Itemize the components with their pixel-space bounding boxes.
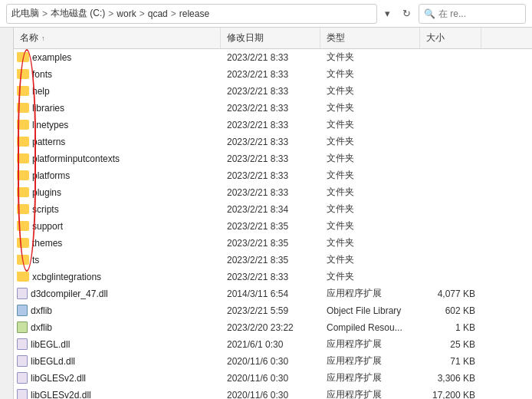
file-type: Object File Library (320, 305, 420, 316)
file-type: 文件夹 (320, 84, 420, 97)
breadcrumb-work[interactable]: work (117, 8, 136, 19)
file-name-cell: linetypes (14, 120, 221, 130)
file-name-cell: help (14, 86, 221, 97)
file-name: libEGL.dll (31, 339, 70, 350)
table-row[interactable]: plugins 2023/2/21 8:33 文件夹 (14, 184, 532, 201)
folder-icon (17, 52, 29, 62)
file-date: 2023/2/21 8:33 (221, 120, 320, 130)
table-row[interactable]: linetypes 2023/2/21 8:33 文件夹 (14, 117, 532, 134)
file-type: 文件夹 (320, 253, 420, 266)
folder-icon (17, 153, 29, 163)
table-row[interactable]: dxflib 2023/2/20 23:22 Compiled Resou...… (14, 319, 532, 336)
dropdown-button[interactable]: ▾ (380, 5, 395, 22)
table-row[interactable]: platforms 2023/2/21 8:33 文件夹 (14, 167, 532, 184)
file-name-cell: d3dcompiler_47.dll (14, 288, 221, 299)
file-name-cell: xcbglintegrations (14, 272, 221, 282)
file-type: 文件夹 (320, 236, 420, 249)
file-name: patterns (32, 137, 65, 147)
file-name-cell: scripts (14, 204, 221, 215)
file-date: 2014/3/11 6:54 (221, 289, 320, 299)
table-row[interactable]: ts 2023/2/21 8:35 文件夹 (14, 252, 532, 269)
folder-icon (17, 120, 29, 130)
file-type: 文件夹 (320, 270, 420, 283)
file-type: 文件夹 (320, 219, 420, 232)
file-date: 2023/2/21 8:35 (221, 238, 320, 249)
folder-icon (17, 137, 29, 147)
file-name-cell: libGLESv2.dll (14, 372, 221, 384)
file-name-cell: libraries (14, 103, 221, 114)
file-size: 4,077 KB (420, 289, 481, 299)
table-row[interactable]: examples 2023/2/21 8:33 文件夹 (14, 49, 532, 66)
dll-icon (17, 372, 28, 384)
search-input[interactable] (438, 8, 521, 19)
file-date: 2020/11/6 0:30 (221, 373, 320, 384)
table-row[interactable]: support 2023/2/21 8:35 文件夹 (14, 218, 532, 235)
table-row[interactable]: help 2023/2/21 8:33 文件夹 (14, 83, 532, 100)
lib-icon (17, 305, 28, 316)
file-date: 2023/2/21 8:33 (221, 170, 320, 181)
file-type: 文件夹 (320, 152, 420, 165)
folder-icon (17, 204, 29, 214)
file-date: 2023/2/21 8:35 (221, 255, 320, 265)
table-row[interactable]: libEGL.dll 2021/6/1 0:30 应用程序扩展 25 KB (14, 336, 532, 353)
address-bar: 此电脑 > 本地磁盘 (C:) > work > qcad > release … (0, 0, 532, 28)
file-name: linetypes (32, 120, 68, 130)
table-row[interactable]: themes 2023/2/21 8:35 文件夹 (14, 235, 532, 252)
file-date: 2023/2/21 8:33 (221, 137, 320, 147)
file-name-cell: platforminputcontexts (14, 153, 221, 164)
file-date: 2023/2/21 8:33 (221, 272, 320, 282)
breadcrumb-release[interactable]: release (179, 8, 209, 19)
file-type: 应用程序扩展 (320, 388, 420, 399)
col-header-type[interactable]: 类型 (320, 28, 420, 48)
table-row[interactable]: libGLESv2d.dll 2020/11/6 0:30 应用程序扩展 17,… (14, 387, 532, 399)
file-name-cell: fonts (14, 69, 221, 80)
col-header-size[interactable]: 大小 (420, 28, 481, 48)
search-box[interactable]: 🔍 (419, 4, 526, 24)
table-row[interactable]: d3dcompiler_47.dll 2014/3/11 6:54 应用程序扩展… (14, 285, 532, 302)
refresh-button[interactable]: ↻ (398, 5, 415, 22)
file-name: libEGLd.dll (31, 356, 75, 367)
column-headers: 名称 ↑ 修改日期 类型 大小 (14, 28, 532, 49)
table-row[interactable]: patterns 2023/2/21 8:33 文件夹 (14, 134, 532, 150)
file-type: 文件夹 (320, 118, 420, 131)
breadcrumb[interactable]: 此电脑 > 本地磁盘 (C:) > work > qcad > release (6, 4, 377, 24)
breadcrumb-disk[interactable]: 本地磁盘 (C:) (51, 7, 105, 20)
folder-icon (17, 272, 29, 282)
file-name: help (32, 86, 50, 97)
file-name-cell: examples (14, 52, 221, 63)
table-row[interactable]: libEGLd.dll 2020/11/6 0:30 应用程序扩展 71 KB (14, 353, 532, 370)
file-size: 602 KB (420, 305, 481, 316)
sort-arrow-name: ↑ (41, 35, 45, 42)
file-type: Compiled Resou... (320, 322, 420, 333)
file-date: 2023/2/21 8:35 (221, 221, 320, 232)
folder-icon (17, 238, 29, 248)
file-type: 文件夹 (320, 203, 420, 216)
file-name-cell: dxflib (14, 305, 221, 316)
table-row[interactable]: xcbglintegrations 2023/2/21 8:33 文件夹 (14, 269, 532, 285)
breadcrumb-qcad[interactable]: qcad (148, 8, 168, 19)
table-row[interactable]: dxflib 2023/2/21 5:59 Object File Librar… (14, 302, 532, 319)
file-name-cell: themes (14, 238, 221, 249)
table-row[interactable]: fonts 2023/2/21 8:33 文件夹 (14, 66, 532, 83)
breadcrumb-sep-2: > (107, 8, 115, 19)
file-name-cell: libEGL.dll (14, 338, 221, 350)
file-type: 文件夹 (320, 101, 420, 114)
col-header-name[interactable]: 名称 ↑ (14, 28, 221, 48)
file-area: 名称 ↑ 修改日期 类型 大小 examples 2023/2/21 8:33 … (14, 28, 532, 399)
file-size: 1 KB (420, 322, 481, 333)
folder-icon (17, 170, 29, 180)
col-header-date[interactable]: 修改日期 (221, 28, 320, 48)
file-name: dxflib (31, 305, 52, 316)
file-type: 文件夹 (320, 51, 420, 64)
table-row[interactable]: libGLESv2.dll 2020/11/6 0:30 应用程序扩展 3,30… (14, 370, 532, 387)
file-date: 2023/2/21 8:33 (221, 187, 320, 198)
table-row[interactable]: libraries 2023/2/21 8:33 文件夹 (14, 100, 532, 117)
table-row[interactable]: platforminputcontexts 2023/2/21 8:33 文件夹 (14, 150, 532, 167)
breadcrumb-computer[interactable]: 此电脑 (11, 7, 39, 20)
table-row[interactable]: scripts 2023/2/21 8:34 文件夹 (14, 201, 532, 218)
file-date: 2023/2/20 23:22 (221, 322, 320, 333)
folder-icon (17, 187, 29, 197)
file-name: libGLESv2d.dll (31, 390, 91, 400)
search-icon: 🔍 (424, 8, 435, 19)
dll-icon (17, 288, 28, 299)
